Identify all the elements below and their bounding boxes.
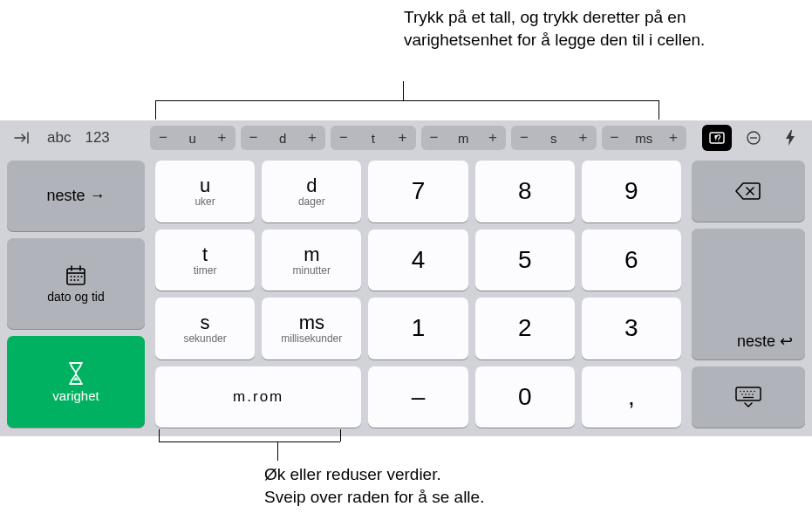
format-duration-icon[interactable] bbox=[702, 125, 732, 151]
unit-main: s bbox=[201, 311, 210, 334]
stepper-m[interactable]: − m + bbox=[421, 126, 507, 150]
stepper-label: ms bbox=[635, 131, 652, 146]
callout-bottom-line2: Sveip over raden for å se alle. bbox=[264, 486, 613, 509]
unit-main: m bbox=[304, 243, 319, 266]
unit-ms-key[interactable]: ms millisekunder bbox=[262, 298, 361, 359]
stepper-u[interactable]: − u + bbox=[150, 126, 235, 150]
stepper-ms[interactable]: − ms + bbox=[602, 126, 687, 150]
lightning-icon[interactable] bbox=[775, 125, 805, 151]
digit-label: 3 bbox=[624, 314, 638, 342]
unit-u-key[interactable]: u uker bbox=[155, 161, 255, 222]
stepper-minus-icon[interactable]: − bbox=[339, 129, 348, 147]
stepper-plus-icon[interactable]: + bbox=[488, 129, 497, 147]
space-label: m.rom bbox=[233, 388, 283, 406]
backspace-key[interactable] bbox=[692, 161, 805, 222]
stepper-plus-icon[interactable]: + bbox=[669, 129, 678, 147]
svg-rect-0 bbox=[710, 133, 724, 143]
neste-button[interactable]: neste → bbox=[7, 161, 145, 231]
unit-sub: minutter bbox=[293, 264, 331, 277]
data-format-icon[interactable] bbox=[739, 125, 768, 151]
key-grid: u uker d dager 7 8 9 t timer m minutter … bbox=[155, 161, 681, 428]
unit-t-key[interactable]: t timer bbox=[155, 229, 255, 291]
svg-point-25 bbox=[752, 394, 754, 395]
stepper-minus-icon[interactable]: − bbox=[520, 129, 529, 147]
stepper-minus-icon[interactable]: − bbox=[159, 129, 167, 147]
stepper-t[interactable]: − t + bbox=[331, 126, 416, 150]
minus-key[interactable]: – bbox=[368, 366, 467, 428]
comma-key[interactable]: , bbox=[582, 366, 681, 428]
stepper-label: m bbox=[458, 131, 469, 146]
digit-3-key[interactable]: 3 bbox=[582, 298, 681, 359]
stepper-d[interactable]: − d + bbox=[241, 126, 326, 150]
svg-point-11 bbox=[71, 279, 72, 281]
svg-point-19 bbox=[747, 391, 748, 393]
stepper-minus-icon[interactable]: − bbox=[611, 129, 619, 147]
neste-label: neste → bbox=[46, 187, 105, 205]
unit-main: d bbox=[306, 175, 317, 197]
stepper-plus-icon[interactable]: + bbox=[218, 129, 227, 147]
abc-button[interactable]: abc bbox=[44, 126, 74, 150]
svg-point-24 bbox=[748, 394, 750, 395]
callout-bottom-line1: Øk eller reduser verdier. bbox=[264, 463, 613, 486]
svg-point-8 bbox=[74, 276, 76, 277]
bracket-bottom-stem bbox=[277, 441, 278, 461]
digit-8-key[interactable]: 8 bbox=[475, 161, 575, 222]
bracket-top-stem bbox=[403, 81, 404, 100]
duration-label: varighet bbox=[52, 388, 99, 403]
unit-main: u bbox=[200, 175, 210, 197]
digit-label: 7 bbox=[412, 177, 426, 205]
stepper-label: d bbox=[279, 131, 286, 146]
accessory-bar: abc 123 − u + − d + − t + − m + bbox=[0, 120, 812, 155]
unit-s-key[interactable]: s sekunder bbox=[155, 298, 255, 359]
stepper-minus-icon[interactable]: − bbox=[249, 129, 258, 147]
svg-point-10 bbox=[81, 276, 83, 277]
stepper-minus-icon[interactable]: − bbox=[430, 129, 439, 147]
duration-button[interactable]: varighet bbox=[7, 336, 145, 428]
digit-7-key[interactable]: 7 bbox=[368, 161, 467, 222]
digit-5-key[interactable]: 5 bbox=[475, 229, 575, 291]
bracket-bottom-right bbox=[340, 429, 341, 441]
num-button[interactable]: 123 bbox=[81, 126, 113, 150]
digit-label: 9 bbox=[624, 177, 638, 205]
neste-return-key[interactable]: neste ↩︎ bbox=[692, 229, 805, 359]
callout-bottom: Øk eller reduser verdier. Sveip over rad… bbox=[264, 463, 613, 508]
stepper-plus-icon[interactable]: + bbox=[399, 129, 407, 147]
digit-label: 6 bbox=[624, 246, 638, 274]
digit-9-key[interactable]: 9 bbox=[582, 161, 681, 222]
digit-2-key[interactable]: 2 bbox=[475, 298, 575, 359]
digit-6-key[interactable]: 6 bbox=[582, 229, 681, 291]
dismiss-keyboard-key[interactable] bbox=[692, 366, 805, 428]
svg-point-12 bbox=[74, 279, 76, 281]
digit-label: 0 bbox=[518, 383, 532, 411]
unit-main: t bbox=[202, 243, 208, 266]
unit-sub: timer bbox=[194, 264, 217, 277]
svg-point-22 bbox=[741, 394, 743, 395]
hourglass-icon bbox=[66, 360, 85, 387]
stepper-plus-icon[interactable]: + bbox=[579, 129, 588, 147]
tab-forward-icon[interactable] bbox=[7, 125, 37, 151]
right-column: neste ↩︎ bbox=[692, 161, 805, 428]
bracket-top-right bbox=[658, 100, 659, 120]
stepper-plus-icon[interactable]: + bbox=[308, 129, 317, 147]
stepper-label: s bbox=[550, 131, 557, 146]
backspace-icon bbox=[734, 181, 762, 201]
stepper-label: u bbox=[189, 131, 196, 146]
svg-point-9 bbox=[78, 276, 79, 277]
dismiss-keyboard-icon bbox=[734, 386, 763, 408]
digit-1-key[interactable]: 1 bbox=[368, 298, 467, 359]
left-column: neste → dato og tid varighet bbox=[7, 161, 145, 428]
digit-4-key[interactable]: 4 bbox=[368, 229, 467, 291]
datetime-button[interactable]: dato og tid bbox=[7, 238, 145, 330]
bracket-top-left bbox=[155, 100, 156, 120]
digit-label: 2 bbox=[518, 314, 532, 342]
callout-top: Trykk på et tall, og trykk deretter på e… bbox=[404, 6, 770, 51]
unit-d-key[interactable]: d dager bbox=[262, 161, 361, 222]
digit-label: 1 bbox=[412, 314, 426, 342]
stepper-s[interactable]: − s + bbox=[511, 126, 597, 150]
unit-sub: uker bbox=[194, 195, 215, 208]
svg-point-17 bbox=[740, 391, 741, 393]
space-key[interactable]: m.rom bbox=[155, 366, 361, 428]
unit-m-key[interactable]: m minutter bbox=[262, 229, 361, 291]
digit-0-key[interactable]: 0 bbox=[475, 366, 575, 428]
svg-point-13 bbox=[78, 279, 79, 281]
